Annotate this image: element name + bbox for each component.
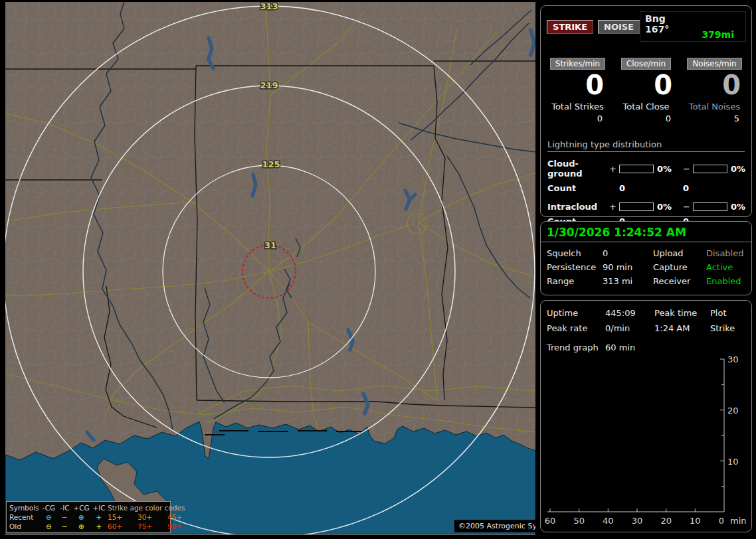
- y-tick-20: 20: [727, 406, 739, 416]
- ring-label-313: 313: [260, 2, 278, 11]
- legend-col-pos-ic: +IC: [90, 504, 108, 512]
- strike-counters-panel: STRIKE NOISE Bng 167° 379mi Strikes/min …: [540, 5, 752, 217]
- persistence-label: Persistence: [547, 262, 603, 272]
- system-datetime: 1/30/2026 1:24:52 AM: [541, 222, 751, 242]
- x-tick-40: 40: [603, 516, 614, 526]
- plot-value: Strike: [710, 323, 745, 333]
- age-60: 60+: [108, 523, 138, 530]
- intracloud-label: Intracloud: [547, 202, 609, 212]
- ring-label-125: 125: [262, 159, 280, 169]
- ic-positive-pct: 0%: [657, 202, 683, 212]
- x-tick-50: 50: [573, 516, 585, 526]
- bearing-distance: 379mi: [695, 13, 741, 40]
- ic-positive-bar: [619, 202, 654, 211]
- capture-label: Capture: [653, 262, 706, 272]
- total-strikes-label: Total Strikes: [543, 102, 612, 112]
- strike-mode-button[interactable]: STRIKE: [547, 20, 593, 34]
- cloud-ground-count-row: Count 0 0: [547, 183, 745, 193]
- recent-pos-cg-icon: ⊕: [72, 514, 90, 521]
- recent-neg-cg-icon: ⊖: [41, 514, 57, 521]
- status-panel: 1/30/2026 1:24:52 AM Squelch 0 Upload Di…: [540, 221, 752, 295]
- squelch-label: Squelch: [547, 248, 603, 258]
- squelch-value: 0: [603, 248, 653, 258]
- peak-rate-value: 0/min: [605, 323, 654, 333]
- capture-status: Active: [706, 262, 745, 272]
- map-legend: Symbols -CG -IC +CG +IC Strike age color…: [6, 501, 171, 533]
- age-90: 90+: [167, 523, 195, 530]
- count-label: Count: [547, 183, 609, 193]
- close-per-min-label[interactable]: Close/min: [621, 58, 671, 70]
- cg-negative-pct: 0%: [731, 164, 756, 174]
- strikes-per-min-value: 0: [543, 70, 612, 100]
- cg-negative-count: 0: [683, 183, 747, 193]
- age-30: 30+: [138, 514, 167, 521]
- legend-age-title: Strike age color codes: [108, 504, 195, 512]
- age-15: 15+: [108, 514, 138, 521]
- upload-status: Disabled: [706, 248, 745, 258]
- legend-row-old: Old: [9, 523, 41, 530]
- legend-col-pos-cg: +CG: [72, 504, 90, 512]
- age-75: 75+: [138, 523, 167, 530]
- cg-positive-bar: [619, 165, 654, 173]
- plus-sign: +: [609, 164, 619, 174]
- x-tick-10: 10: [690, 516, 701, 526]
- noises-per-min-label[interactable]: Noises/min: [687, 58, 741, 70]
- total-strikes-value: 0: [543, 114, 612, 123]
- strikes-per-min-counter: Strikes/min 0 Total Strikes 0: [543, 56, 612, 123]
- total-close-value: 0: [612, 114, 680, 123]
- legend-symbols-header: Symbols: [9, 504, 41, 512]
- old-pos-ic-icon: +: [90, 523, 108, 530]
- lightning-distribution-section: Lightning type distribution Cloud-ground…: [541, 123, 751, 226]
- x-tick-20: 20: [660, 516, 672, 526]
- ring-label-31: 31: [264, 240, 276, 250]
- total-noises-label: Total Noises: [680, 102, 749, 112]
- distribution-title: Lightning type distribution: [547, 139, 745, 152]
- intracloud-row: Intracloud + 0% − 0%: [547, 202, 745, 212]
- cg-positive-pct: 0%: [657, 164, 683, 174]
- map-canvas: 313 219 125 31: [5, 2, 535, 534]
- lightning-map[interactable]: 313 219 125 31 Symbols -CG -IC +CG +IC S…: [5, 2, 535, 535]
- old-neg-ic-icon: −: [57, 523, 72, 530]
- legend-row-recent: Recent: [9, 514, 41, 521]
- plus-sign: +: [609, 202, 619, 212]
- uptime-value: 445:09: [605, 308, 654, 318]
- legend-col-neg-ic: -IC: [57, 504, 72, 512]
- close-per-min-value: 0: [612, 70, 680, 100]
- bearing-value: Bng 167°: [645, 13, 687, 40]
- peak-time-label: Peak time: [654, 308, 710, 318]
- ic-negative-bar: [693, 202, 727, 211]
- recent-pos-ic-icon: +: [90, 514, 108, 521]
- trend-graph: 30 20 10 60 50 40 30 20 10 0 min: [541, 354, 751, 532]
- ring-label-219: 219: [260, 80, 278, 90]
- trend-graph-value: 60 min: [605, 343, 745, 352]
- y-tick-10: 10: [727, 457, 739, 467]
- close-per-min-counter: Close/min 0 Total Close 0: [612, 56, 680, 123]
- minus-sign: −: [683, 202, 693, 212]
- copyright-notice: ©2005 Astrogenic Systems: [454, 520, 535, 532]
- total-close-label: Total Close: [612, 102, 680, 112]
- range-label: Range: [547, 276, 603, 286]
- persistence-value: 90 min: [603, 262, 653, 272]
- minus-sign: −: [683, 164, 693, 174]
- total-noises-value: 5: [680, 114, 749, 123]
- noise-mode-button[interactable]: NOISE: [598, 20, 640, 34]
- uptime-label: Uptime: [547, 308, 605, 318]
- bearing-readout: Bng 167° 379mi: [640, 11, 746, 42]
- legend-col-neg-cg: -CG: [41, 504, 57, 512]
- cg-positive-count: 0: [619, 183, 683, 193]
- x-tick-60: 60: [545, 516, 556, 526]
- old-neg-cg-icon: ⊖: [41, 523, 57, 530]
- peak-time-value: 1:24 AM: [654, 323, 710, 333]
- cloud-ground-row: Cloud-ground + 0% − 0%: [547, 159, 745, 179]
- plot-label: Plot: [710, 308, 745, 318]
- noises-per-min-counter: Noises/min 0 Total Noises 5: [680, 56, 749, 123]
- strikes-per-min-label[interactable]: Strikes/min: [550, 58, 605, 70]
- noises-per-min-value: 0: [680, 70, 749, 100]
- upload-label: Upload: [653, 248, 706, 258]
- x-tick-30: 30: [632, 516, 643, 526]
- x-tick-0: 0: [719, 516, 724, 526]
- range-value: 313 mi: [603, 276, 653, 286]
- age-45: 45+: [167, 514, 195, 521]
- y-tick-30: 30: [727, 354, 739, 364]
- x-axis-unit: min: [730, 516, 747, 526]
